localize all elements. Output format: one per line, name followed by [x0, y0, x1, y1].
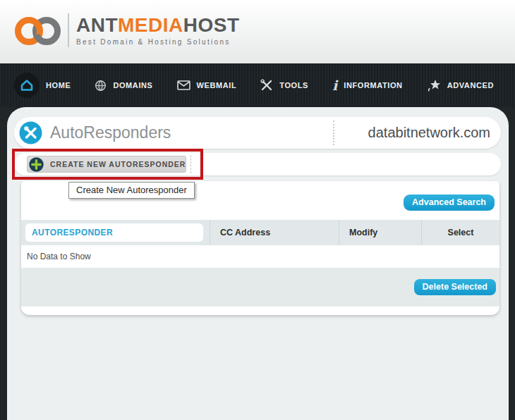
logo-tagline: Best Domain & Hosting Solutions: [76, 38, 240, 46]
logo-name: ANTMEDIAHOST: [76, 15, 240, 35]
content-card: AutoResponders databitnetwork.com CREATE…: [7, 107, 509, 420]
nav-item-advanced[interactable]: ADVANCED: [427, 79, 494, 92]
table-header-modify: Modify: [339, 220, 421, 245]
nav-item-information[interactable]: i INFORMATION: [332, 79, 403, 92]
nav-label-information: INFORMATION: [344, 81, 402, 89]
table-header-autoresponder: AUTORESPONDER: [21, 220, 210, 245]
nav-item-domains[interactable]: DOMAINS: [95, 80, 152, 92]
select-header-label: Select: [448, 228, 474, 237]
globe-icon: [95, 80, 107, 92]
logo-part-media: MEDIA: [118, 14, 183, 36]
nav-label-home: HOME: [46, 81, 71, 89]
modify-header-label: Modify: [349, 228, 377, 237]
nav-label-tools: TOOLS: [279, 81, 308, 89]
logo: ANTMEDIAHOST Best Domain & Hosting Solut…: [11, 10, 240, 51]
page-title-bar: AutoResponders databitnetwork.com: [14, 117, 501, 149]
site-header: ANTMEDIAHOST Best Domain & Hosting Solut…: [0, 0, 515, 64]
table-header-select: Select: [421, 220, 499, 245]
nav-label-domains: DOMAINS: [113, 81, 152, 89]
advanced-search-button[interactable]: Advanced Search: [404, 194, 495, 211]
nav-label-webmail: WEBMAIL: [197, 81, 237, 89]
table-header-cc-address: CC Address: [210, 220, 339, 245]
cc-address-header-label: CC Address: [220, 228, 270, 237]
create-new-autoresponder-button[interactable]: CREATE NEW AUTORESPONDER: [27, 156, 186, 173]
envelope-icon: [177, 80, 190, 90]
plus-icon: [29, 157, 44, 172]
info-icon: i: [332, 79, 337, 92]
create-button-label: CREATE NEW AUTORESPONDER: [50, 160, 186, 168]
create-button-tooltip: Create New Autoresponder: [68, 182, 195, 199]
current-domain-label: databitnetwork.com: [368, 117, 490, 149]
house-icon: [14, 73, 40, 98]
nav-item-webmail[interactable]: WEBMAIL: [177, 80, 237, 90]
nav-item-home[interactable]: HOME: [14, 73, 71, 98]
create-toolbar-row: CREATE NEW AUTORESPONDER: [14, 153, 501, 175]
screen: ANTMEDIAHOST Best Domain & Hosting Solut…: [0, 0, 515, 420]
delete-selected-button[interactable]: Delete Selected: [414, 279, 496, 295]
toolbar-dashed-divider: [190, 155, 191, 173]
autoresponders-table-panel: Advanced Search AUTORESPONDER CC Address…: [21, 181, 499, 315]
logo-divider: [68, 13, 69, 47]
autoresponders-crossed-tools-icon: [19, 121, 42, 144]
main-nav: HOME DOMAINS WEBMAIL TOOLS i INFORMATION: [0, 63, 515, 107]
infinity-logo-icon: [11, 10, 65, 51]
autoresponder-sort-header[interactable]: AUTORESPONDER: [25, 223, 203, 242]
empty-table-row: No Data to Show: [21, 245, 499, 268]
page-title: AutoResponders: [50, 123, 171, 142]
table-header-row: AUTORESPONDER CC Address Modify Select: [21, 220, 499, 245]
crossed-tools-icon: [260, 79, 273, 92]
title-dotted-divider: [333, 121, 334, 145]
star-wrench-icon: [427, 79, 441, 92]
nav-item-tools[interactable]: TOOLS: [260, 79, 308, 92]
nav-label-advanced: ADVANCED: [447, 81, 494, 89]
logo-part-ant: ANT: [76, 14, 118, 36]
logo-part-host: HOST: [183, 14, 240, 36]
table-footer: Delete Selected: [21, 268, 499, 307]
logo-text: ANTMEDIAHOST Best Domain & Hosting Solut…: [76, 15, 240, 45]
